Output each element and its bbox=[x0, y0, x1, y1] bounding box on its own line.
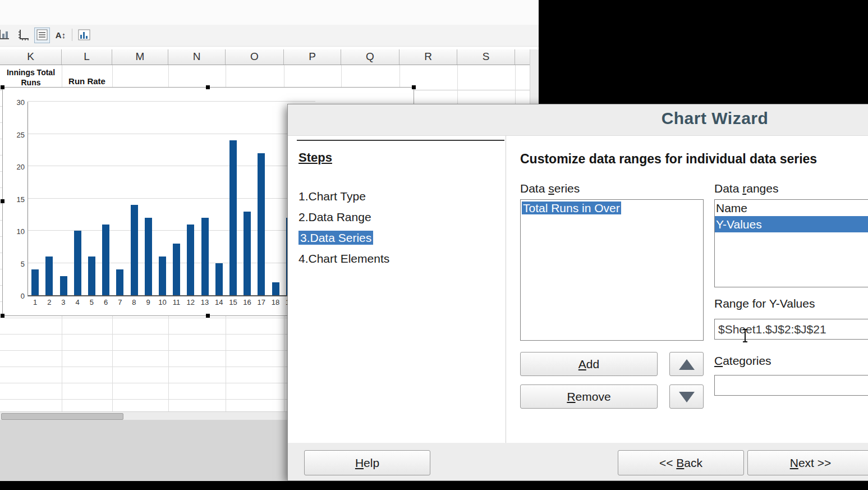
x-axis-label: 13 bbox=[198, 298, 212, 306]
chart-gridline bbox=[28, 198, 315, 199]
back-button[interactable]: << Back bbox=[618, 450, 744, 475]
chart-type-icon[interactable] bbox=[76, 28, 92, 43]
x-axis-label: 11 bbox=[169, 298, 183, 306]
column-header-k[interactable]: K bbox=[0, 49, 62, 65]
bar-over-12[interactable] bbox=[187, 225, 194, 296]
x-axis-label: 14 bbox=[212, 298, 226, 306]
x-axis-label: 6 bbox=[99, 298, 113, 306]
series-item-total-runs-in-over[interactable]: Total Runs in Over bbox=[521, 200, 703, 216]
bar-over-1[interactable] bbox=[31, 269, 39, 295]
x-axis-label: 18 bbox=[268, 298, 282, 306]
bar-over-7[interactable] bbox=[116, 269, 123, 295]
data-table-icon[interactable] bbox=[34, 28, 50, 43]
bar-over-2[interactable] bbox=[45, 257, 53, 295]
next-button[interactable]: Next >> bbox=[747, 450, 868, 475]
bar-over-13[interactable] bbox=[201, 218, 209, 295]
wizard-steps-panel: Steps 1.Chart Type2.Data Range3.Data Ser… bbox=[288, 136, 506, 443]
x-axis-label: 8 bbox=[127, 298, 141, 306]
column-header-o[interactable]: O bbox=[226, 49, 284, 65]
x-axis-label: 16 bbox=[240, 298, 254, 306]
move-up-button[interactable] bbox=[669, 352, 704, 376]
menubar-area bbox=[0, 0, 539, 25]
bar-over-6[interactable] bbox=[102, 225, 109, 296]
categories-label: Categories bbox=[714, 354, 771, 368]
bar-over-10[interactable] bbox=[159, 257, 166, 295]
cell-innings-total-runs[interactable]: Innings Total Runs bbox=[0, 66, 62, 89]
help-button[interactable]: Help bbox=[304, 450, 430, 475]
y-axis-label: 20 bbox=[3, 163, 25, 171]
chart-toolbar: A↕ bbox=[0, 25, 539, 47]
data-series-listbox[interactable]: Total Runs in Over bbox=[520, 199, 704, 341]
dialog-body: Steps 1.Chart Type2.Data Range3.Data Ser… bbox=[288, 135, 868, 444]
bar-over-3[interactable] bbox=[60, 276, 67, 296]
bar-over-5[interactable] bbox=[88, 257, 95, 295]
ibeam-cursor bbox=[745, 329, 746, 342]
chart-resize-handle[interactable] bbox=[1, 85, 4, 89]
partial-chart-icon[interactable] bbox=[0, 28, 12, 43]
range-for-y-values-input[interactable] bbox=[714, 319, 868, 340]
x-axis-label: 17 bbox=[254, 298, 268, 306]
y-axis-label: 25 bbox=[3, 131, 25, 139]
column-header-m[interactable]: M bbox=[112, 49, 168, 65]
wizard-step-4-chart-elements[interactable]: 4.Chart Elements bbox=[298, 252, 389, 273]
column-header-q[interactable]: Q bbox=[341, 49, 399, 65]
categories-input[interactable] bbox=[714, 375, 868, 396]
bar-over-4[interactable] bbox=[74, 231, 81, 295]
wizard-step-1-chart-type[interactable]: 1.Chart Type bbox=[298, 190, 389, 210]
bar-over-16[interactable] bbox=[244, 212, 251, 296]
bar-over-14[interactable] bbox=[215, 263, 223, 296]
data-ranges-listbox[interactable]: NameY-Values bbox=[714, 199, 868, 287]
x-axis-label: 9 bbox=[141, 298, 155, 306]
column-header-p[interactable]: P bbox=[284, 49, 341, 65]
chart-resize-handle[interactable] bbox=[206, 85, 210, 89]
cell-run-rate[interactable]: Run Rate bbox=[62, 65, 112, 89]
range-item-name[interactable]: Name bbox=[715, 200, 868, 216]
scale-text-icon[interactable]: A↕ bbox=[53, 28, 68, 43]
move-down-button[interactable] bbox=[669, 384, 704, 409]
x-axis-label: 5 bbox=[85, 298, 99, 306]
chart-resize-handle[interactable] bbox=[412, 85, 416, 89]
column-header-l[interactable]: L bbox=[62, 49, 112, 65]
steps-divider bbox=[297, 140, 504, 141]
scrollbar-thumb[interactable] bbox=[1, 413, 123, 420]
chart-resize-handle[interactable] bbox=[1, 314, 4, 318]
data-ranges-label: Data ranges bbox=[714, 182, 778, 195]
x-axis-label: 12 bbox=[183, 298, 198, 306]
bar-over-8[interactable] bbox=[131, 205, 138, 295]
column-header-s[interactable]: S bbox=[457, 49, 515, 65]
wizard-step-2-data-range[interactable]: 2.Data Range bbox=[298, 210, 389, 231]
y-axis-label: 5 bbox=[3, 260, 25, 268]
data-series-label: Data series bbox=[520, 182, 580, 195]
bar-over-18[interactable] bbox=[272, 282, 279, 295]
down-arrow-icon bbox=[679, 392, 695, 402]
bar-over-17[interactable] bbox=[258, 153, 265, 295]
axes-icon[interactable] bbox=[16, 28, 31, 43]
dialog-footer: Help << Back Next >> bbox=[288, 443, 868, 480]
x-axis-label: 1 bbox=[28, 298, 42, 306]
bar-over-15[interactable] bbox=[229, 140, 237, 295]
y-axis-label: 10 bbox=[3, 227, 25, 236]
steps-heading: Steps bbox=[298, 150, 332, 165]
chart-gridline bbox=[28, 101, 315, 102]
y-axis-label: 15 bbox=[3, 195, 25, 204]
add-button[interactable]: Add bbox=[520, 352, 658, 376]
bar-over-9[interactable] bbox=[145, 218, 152, 295]
column-header-n[interactable]: N bbox=[168, 49, 226, 65]
steps-list: 1.Chart Type2.Data Range3.Data Series4.C… bbox=[298, 190, 389, 273]
x-axis-label: 3 bbox=[56, 298, 70, 306]
y-axis-label: 0 bbox=[3, 292, 25, 300]
up-arrow-icon bbox=[679, 359, 695, 370]
dialog-title: Chart Wizard bbox=[288, 109, 868, 128]
x-axis-label: 4 bbox=[71, 298, 85, 306]
chart-resize-handle[interactable] bbox=[206, 314, 210, 318]
remove-button[interactable]: Remove bbox=[520, 384, 658, 409]
range-item-y-values[interactable]: Y-Values bbox=[715, 216, 868, 232]
x-axis-label: 2 bbox=[42, 298, 56, 306]
wizard-step-3-data-series[interactable]: 3.Data Series bbox=[298, 231, 389, 252]
bar-over-11[interactable] bbox=[173, 244, 180, 295]
chart-gridline bbox=[28, 166, 315, 166]
chart-wizard-dialog: Chart Wizard Steps 1.Chart Type2.Data Ra… bbox=[287, 104, 868, 481]
column-header-r[interactable]: R bbox=[399, 49, 457, 65]
y-axis-label: 30 bbox=[3, 98, 25, 107]
x-axis-label: 15 bbox=[226, 298, 240, 306]
